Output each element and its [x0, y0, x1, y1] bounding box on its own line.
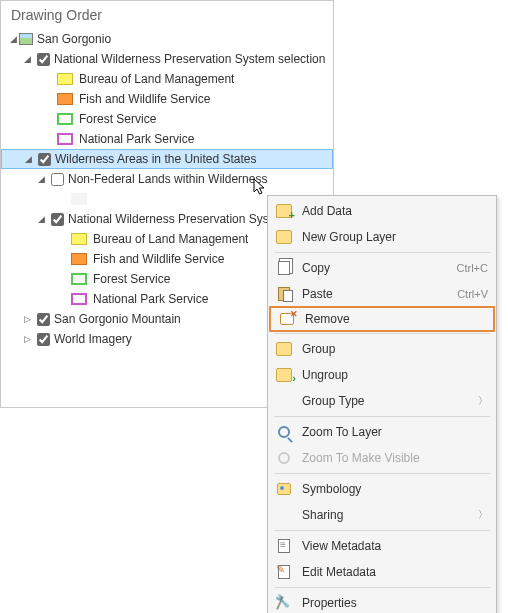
map-root-row[interactable]: ◢ San Gorgonio — [1, 29, 333, 49]
layer-row[interactable]: ◢ Non-Federal Lands within Wilderness — [1, 169, 333, 189]
menu-label: Properties — [302, 596, 488, 610]
submenu-arrow-icon: 〉 — [478, 508, 488, 522]
menu-separator — [274, 530, 490, 531]
menu-label: Ungroup — [302, 368, 488, 382]
menu-group-type[interactable]: Group Type 〉 — [268, 388, 496, 414]
visibility-checkbox[interactable] — [51, 173, 64, 186]
legend-swatch — [71, 293, 87, 305]
menu-label: Paste — [302, 287, 457, 301]
ungroup-icon — [274, 366, 294, 384]
panel-title: Drawing Order — [1, 1, 333, 27]
layer-label: World Imagery — [54, 332, 132, 346]
collapse-icon[interactable]: ◢ — [7, 34, 19, 44]
menu-zoom-to-visible: Zoom To Make Visible — [268, 445, 496, 471]
legend-row[interactable]: Fish and Wildlife Service — [1, 89, 333, 109]
layer-label: Wilderness Areas in the United States — [55, 152, 256, 166]
context-menu: Add Data New Group Layer Copy Ctrl+C Pas… — [267, 195, 497, 613]
new-group-icon — [274, 228, 294, 246]
menu-copy[interactable]: Copy Ctrl+C — [268, 255, 496, 281]
menu-shortcut: Ctrl+C — [457, 262, 488, 274]
menu-shortcut: Ctrl+V — [457, 288, 488, 300]
legend-label: National Park Service — [93, 292, 208, 306]
properties-icon — [274, 594, 294, 612]
menu-properties[interactable]: Properties — [268, 590, 496, 613]
visibility-checkbox[interactable] — [51, 213, 64, 226]
visibility-checkbox[interactable] — [37, 313, 50, 326]
legend-label: Bureau of Land Management — [93, 232, 248, 246]
expand-icon[interactable]: ▷ — [21, 334, 33, 344]
menu-add-data[interactable]: Add Data — [268, 198, 496, 224]
menu-label: Remove — [305, 312, 485, 326]
legend-swatch — [57, 133, 73, 145]
visibility-checkbox[interactable] — [37, 53, 50, 66]
menu-paste[interactable]: Paste Ctrl+V — [268, 281, 496, 307]
menu-separator — [274, 473, 490, 474]
map-name: San Gorgonio — [37, 32, 111, 46]
menu-label: Sharing — [302, 508, 472, 522]
menu-ungroup[interactable]: Ungroup — [268, 362, 496, 388]
menu-separator — [274, 333, 490, 334]
legend-swatch — [57, 73, 73, 85]
map-icon — [19, 33, 33, 45]
menu-separator — [274, 252, 490, 253]
legend-row[interactable]: Bureau of Land Management — [1, 69, 333, 89]
menu-label: Edit Metadata — [302, 565, 488, 579]
menu-label: Symbology — [302, 482, 488, 496]
blank-icon — [274, 392, 294, 410]
collapse-icon[interactable]: ◢ — [21, 54, 33, 64]
expand-icon[interactable]: ▷ — [21, 314, 33, 324]
legend-swatch — [71, 253, 87, 265]
visibility-checkbox[interactable] — [37, 333, 50, 346]
paste-icon — [274, 285, 294, 303]
submenu-arrow-icon: 〉 — [478, 394, 488, 408]
collapse-icon[interactable]: ◢ — [22, 154, 34, 164]
legend-row[interactable]: National Park Service — [1, 129, 333, 149]
legend-swatch — [71, 233, 87, 245]
menu-separator — [274, 587, 490, 588]
legend-label: Fish and Wildlife Service — [79, 92, 210, 106]
legend-swatch — [71, 273, 87, 285]
group-row[interactable]: ◢ National Wilderness Preservation Syste… — [1, 49, 333, 69]
legend-row[interactable]: Forest Service — [1, 109, 333, 129]
menu-label: Group — [302, 342, 488, 356]
add-data-icon — [274, 202, 294, 220]
group-icon — [274, 340, 294, 358]
layer-label: National Wilderness Preservation System … — [54, 52, 325, 66]
group-row-selected[interactable]: ◢ Wilderness Areas in the United States — [1, 149, 333, 169]
copy-icon — [274, 259, 294, 277]
menu-zoom-to-layer[interactable]: Zoom To Layer — [268, 419, 496, 445]
legend-label: Fish and Wildlife Service — [93, 252, 224, 266]
legend-swatch — [57, 93, 73, 105]
legend-label: Forest Service — [93, 272, 170, 286]
menu-new-group-layer[interactable]: New Group Layer — [268, 224, 496, 250]
layer-label: National Wilderness Preservation System — [68, 212, 289, 226]
visibility-checkbox[interactable] — [38, 153, 51, 166]
legend-swatch — [71, 193, 87, 205]
menu-label: Group Type — [302, 394, 472, 408]
remove-icon — [277, 310, 297, 328]
menu-symbology[interactable]: Symbology — [268, 476, 496, 502]
edit-metadata-icon — [274, 563, 294, 581]
menu-separator — [274, 416, 490, 417]
menu-label: Zoom To Make Visible — [302, 451, 488, 465]
menu-label: View Metadata — [302, 539, 488, 553]
collapse-icon[interactable]: ◢ — [35, 214, 47, 224]
menu-remove[interactable]: Remove — [269, 306, 495, 332]
zoom-icon — [274, 423, 294, 441]
legend-label: Bureau of Land Management — [79, 72, 234, 86]
menu-view-metadata[interactable]: View Metadata — [268, 533, 496, 559]
menu-sharing[interactable]: Sharing 〉 — [268, 502, 496, 528]
menu-label: New Group Layer — [302, 230, 488, 244]
zoom-visible-icon — [274, 449, 294, 467]
view-metadata-icon — [274, 537, 294, 555]
menu-edit-metadata[interactable]: Edit Metadata — [268, 559, 496, 585]
menu-label: Zoom To Layer — [302, 425, 488, 439]
layer-label: Non-Federal Lands within Wilderness — [68, 172, 267, 186]
legend-label: Forest Service — [79, 112, 156, 126]
symbology-icon — [274, 480, 294, 498]
collapse-icon[interactable]: ◢ — [35, 174, 47, 184]
blank-icon — [274, 506, 294, 524]
legend-swatch — [57, 113, 73, 125]
menu-group[interactable]: Group — [268, 336, 496, 362]
menu-label: Add Data — [302, 204, 488, 218]
